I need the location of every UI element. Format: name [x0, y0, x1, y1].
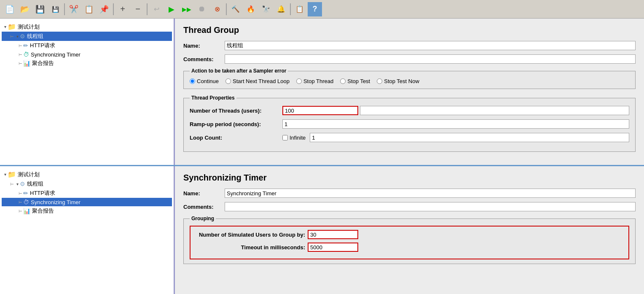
rampup-label: Ramp-up period (seconds): [190, 121, 282, 127]
synctimer2-label: Synchronizing Timer [31, 199, 80, 205]
threadgroup1-label: 线程组 [27, 32, 43, 40]
sync-comments-input[interactable] [225, 202, 636, 211]
toggle-testplan1[interactable]: ▾ [3, 24, 8, 29]
tree-item-aggreport2[interactable]: ⊢ 📊 聚合报告 [2, 206, 172, 216]
infinite-checkbox[interactable] [282, 135, 288, 140]
radio-continue[interactable]: Continue [190, 78, 219, 84]
bottom-split: ▾ 📁 测试计划 ⊢ ▾ ⚙ 线程组 ⊢ ✏ HTTP请求 ⊢ ⏱ Synchr [0, 166, 644, 294]
help-btn[interactable]: ? [308, 2, 322, 16]
tree-item-synctimer1[interactable]: ⊢ ⏱ Synchronizing Timer [2, 50, 172, 59]
tree-item-aggreport1[interactable]: ⊢ 📊 聚合报告 [2, 59, 172, 68]
httpreq2-label: HTTP请求 [30, 189, 55, 197]
threads-label: Number of Threads (users): [190, 108, 282, 114]
radio-stop-thread[interactable]: Stop Thread [296, 78, 333, 84]
tree-item-testplan2[interactable]: ▾ 📁 测试计划 [2, 170, 172, 179]
tree-item-httpreq2[interactable]: ⊢ ✏ HTTP请求 [2, 189, 172, 198]
infinite-label: Infinite [290, 135, 306, 141]
error-action-radio-group: Continue Start Next Thread Loop Stop Thr… [190, 78, 629, 84]
clear-btn[interactable]: 🔨 [228, 2, 243, 16]
sync-comments-row: Comments: [183, 202, 636, 211]
timeout-input[interactable] [308, 243, 358, 252]
radio-stop-test-now[interactable]: Stop Test Now [377, 78, 419, 84]
simulated-users-input[interactable] [308, 230, 358, 239]
tree-item-testplan1[interactable]: ▾ 📁 测试计划 [2, 22, 172, 32]
simulated-users-label: Number of Simulated Users to Group by: [196, 232, 305, 238]
tree-item-threadgroup2[interactable]: ⊢ ▾ ⚙ 线程组 [2, 179, 172, 189]
remote-btn[interactable]: 🔔 [274, 2, 288, 16]
sync-name-input[interactable] [225, 189, 636, 198]
sep2 [113, 3, 114, 15]
sync-name-row: Name: [183, 189, 636, 198]
paste-btn[interactable]: 📌 [97, 2, 111, 16]
search-btn[interactable]: 🔭 [259, 2, 273, 16]
testplan2-label: 测试计划 [18, 171, 40, 178]
name-input[interactable] [225, 41, 636, 50]
add-btn[interactable]: + [115, 2, 130, 16]
sync-timer-title: Synchronizing Timer [183, 173, 636, 183]
radio-stop-test[interactable]: Stop Test [340, 78, 370, 84]
top-split: ▾ 📁 测试计划 ⊢ ▾ ⚙ 线程组 ⊢ ✏ HTTP请求 ⊢ ⏱ Synchr [0, 19, 644, 166]
radio-continue-label: Continue [197, 78, 219, 84]
open-btn[interactable]: 📂 [18, 2, 32, 16]
threadgroup2-label: 线程组 [27, 180, 43, 188]
thread-props-fieldset: Thread Properties Number of Threads (use… [183, 95, 636, 152]
timeout-label: Timeout in milliseconds: [196, 244, 305, 251]
tree-item-threadgroup1[interactable]: ⊢ ▾ ⚙ 线程组 [2, 32, 172, 41]
name-row: Name: [183, 41, 636, 50]
radio-start-next[interactable]: Start Next Thread Loop [225, 78, 290, 84]
loop-label: Loop Count: [190, 135, 282, 141]
cut-btn[interactable]: ✂️ [67, 2, 81, 16]
clear-all-btn[interactable]: 🔥 [244, 2, 258, 16]
comments-input[interactable] [225, 54, 636, 64]
list-btn[interactable]: 📋 [292, 2, 307, 16]
radio-start-next-label: Start Next Thread Loop [233, 78, 290, 84]
timeout-row: Timeout in milliseconds: [196, 243, 623, 252]
loop-input[interactable] [310, 133, 629, 142]
aggreport2-label: 聚合报告 [32, 207, 54, 215]
radio-stop-test-label: Stop Test [347, 78, 370, 84]
tree-item-httpreq1[interactable]: ⊢ ✏ HTTP请求 [2, 41, 172, 50]
httpreq1-label: HTTP请求 [30, 42, 55, 49]
toggle-threadgroup1[interactable]: ▾ [15, 34, 20, 39]
comments-label: Comments: [183, 56, 221, 62]
toolbar: 📄 📂 💾 💾 ✂️ 📋 📌 + − ↩ ▶ ▶▶ ⏺ ⊗ 🔨 🔥 🔭 🔔 📋 … [0, 0, 644, 19]
infinite-check-label[interactable]: Infinite [282, 135, 306, 141]
error-action-fieldset: Action to be taken after a Sampler error… [183, 68, 636, 89]
stop-btn[interactable]: ⏺ [195, 2, 209, 16]
new-file-btn[interactable]: 📄 [3, 2, 17, 16]
radio-stop-thread-label: Stop Thread [303, 78, 333, 84]
sync-comments-label: Comments: [183, 204, 221, 210]
threads-row: Number of Threads (users): [190, 106, 629, 115]
toggle-testplan2[interactable]: ▾ [3, 172, 8, 177]
shutdown-btn[interactable]: ⊗ [210, 2, 224, 16]
bottom-tree-panel: ▾ 📁 测试计划 ⊢ ▾ ⚙ 线程组 ⊢ ✏ HTTP请求 ⊢ ⏱ Synchr [0, 166, 175, 294]
remove-btn[interactable]: − [131, 2, 145, 16]
rampup-input[interactable] [282, 119, 629, 129]
start-btn[interactable]: ▶ [164, 2, 179, 16]
sep4 [226, 3, 227, 15]
copy-btn[interactable]: 📋 [82, 2, 96, 16]
threads-extra-input[interactable] [360, 106, 629, 115]
save-btn[interactable]: 💾 [33, 2, 47, 16]
sep5 [290, 3, 291, 15]
error-action-legend: Action to be taken after a Sampler error [190, 68, 288, 74]
top-content-panel: Thread Group Name: Comments: Action to b… [175, 19, 644, 165]
radio-stop-test-now-label: Stop Test Now [384, 78, 419, 84]
bottom-content-panel: Synchronizing Timer Name: Comments: Grou… [175, 166, 644, 294]
threads-input[interactable] [282, 106, 358, 115]
thread-props-legend: Thread Properties [190, 95, 236, 101]
start-no-pause-btn[interactable]: ▶▶ [180, 2, 194, 16]
toggle-threadgroup2[interactable]: ▾ [15, 182, 20, 186]
main-container: ▾ 📁 测试计划 ⊢ ▾ ⚙ 线程组 ⊢ ✏ HTTP请求 ⊢ ⏱ Synchr [0, 19, 644, 294]
name-label: Name: [183, 43, 221, 49]
save-as-btn[interactable]: 💾 [48, 2, 62, 16]
loop-row: Loop Count: Infinite [190, 133, 629, 142]
testplan1-label: 测试计划 [18, 23, 40, 31]
thread-group-title: Thread Group [183, 25, 636, 35]
tree-item-synctimer2[interactable]: ⊢ ⏱ Synchronizing Timer [2, 198, 172, 206]
sync-name-label: Name: [183, 190, 221, 197]
aggreport1-label: 聚合报告 [32, 59, 54, 67]
synctimer1-label: Synchronizing Timer [31, 51, 80, 58]
comments-row: Comments: [183, 54, 636, 64]
reset-btn[interactable]: ↩ [149, 2, 164, 16]
